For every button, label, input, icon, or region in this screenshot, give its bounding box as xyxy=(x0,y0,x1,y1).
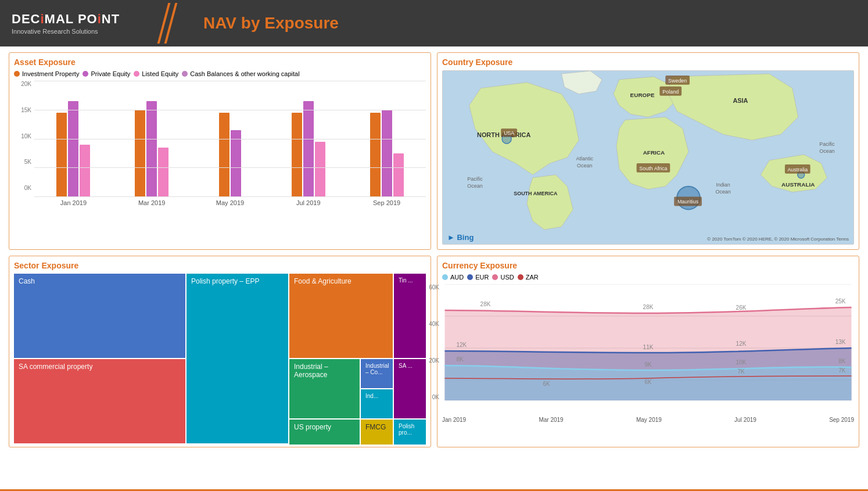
legend-label-private: Private Equity xyxy=(91,70,130,77)
region-asia: ASIA xyxy=(733,97,748,104)
treemap-ind-aerospace[interactable]: Industrial – Aerospace xyxy=(289,359,360,418)
treemap-food-ag[interactable]: Food & Agriculture xyxy=(289,274,393,358)
svg-text:Ocean: Ocean xyxy=(715,189,730,195)
aud-label-2: 9K xyxy=(644,361,652,368)
country-exposure-title: Country Exposure xyxy=(442,58,854,67)
aud-label-1: 8K xyxy=(457,356,464,363)
bar-group-sep xyxy=(347,110,426,197)
aud-label-4: 8K xyxy=(838,358,846,364)
zar-label-4: 7K xyxy=(838,367,846,374)
bar-may-private xyxy=(231,130,241,197)
logo-title: DECiMAL POiNT xyxy=(12,12,139,27)
poland-tag: Poland xyxy=(662,89,679,95)
asset-bar-chart: 20K 15K 10K 5K 0K xyxy=(14,81,426,226)
bar-sep-listed xyxy=(393,153,404,197)
asset-chart-inner: Jan 2019 Mar 2019 May 2019 Jul 2019 Sep … xyxy=(34,81,426,206)
bar-chart-grid xyxy=(34,81,426,197)
bar-group-jul xyxy=(269,101,347,197)
bar-x-labels: Jan 2019 Mar 2019 May 2019 Jul 2019 Sep … xyxy=(34,199,426,206)
treemap-sa2[interactable]: SA ... xyxy=(394,359,426,418)
australia-tag: Australia xyxy=(787,167,808,173)
asset-legend: Investment Property Private Equity Liste… xyxy=(14,70,426,77)
region-south-america: SOUTH AMERICA xyxy=(514,191,558,196)
legend-aud: AUD xyxy=(442,274,464,281)
x-label-sep: Sep 2019 xyxy=(347,199,426,206)
bar-jul-private xyxy=(303,101,314,197)
aud-label-3: 10K xyxy=(736,359,747,365)
treemap-us-property[interactable]: US property xyxy=(289,420,360,445)
currency-exposure-title: Currency Exposure xyxy=(442,261,854,270)
legend-label-aud: AUD xyxy=(450,274,464,281)
asset-exposure-panel: Asset Exposure Investment Property Priva… xyxy=(9,52,431,250)
treemap-right-bottom: Industrial – Aerospace Industrial – Co..… xyxy=(289,359,426,443)
legend-dot-private xyxy=(83,71,88,77)
treemap-cash[interactable]: Cash xyxy=(14,274,185,358)
eur-label-2: 11K xyxy=(643,344,654,350)
bar-mar-private xyxy=(146,101,157,197)
bar-jul-investment xyxy=(292,113,302,197)
bar-may-investment xyxy=(219,113,229,197)
legend-usd: USD xyxy=(492,274,514,281)
legend-investment-property: Investment Property xyxy=(14,70,79,77)
legend-label-listed: Listed Equity xyxy=(142,70,178,77)
legend-dot-eur xyxy=(467,274,473,280)
world-map: NORTH AMERICA SOUTH AMERICA EUROPE AFRIC… xyxy=(442,70,854,245)
usd-label-1: 28K xyxy=(480,301,491,307)
treemap-ind2[interactable]: Ind... xyxy=(361,389,393,418)
x-label-jul: Jul 2019 xyxy=(734,417,756,423)
zar-label-1: 6K xyxy=(543,381,550,387)
legend-private-equity: Private Equity xyxy=(83,70,130,77)
eur-label-3: 12K xyxy=(736,341,747,347)
map-svg: NORTH AMERICA SOUTH AMERICA EUROPE AFRIC… xyxy=(443,71,853,244)
asset-exposure-title: Asset Exposure xyxy=(14,58,426,67)
bar-jan-listed xyxy=(80,145,90,197)
logo-area: DECiMAL POiNT Innovative Research Soluti… xyxy=(12,12,139,35)
legend-dot-listed xyxy=(134,71,139,77)
usd-label-4: 25K xyxy=(835,298,846,304)
svg-text:Pacific: Pacific xyxy=(467,176,483,182)
x-label-sep: Sep 2019 xyxy=(829,417,854,423)
bar-mar-investment xyxy=(135,110,145,197)
sector-exposure-title: Sector Exposure xyxy=(14,261,426,270)
treemap-grid: Cash SA commercial property Polish prope… xyxy=(14,274,426,442)
usa-tag: USA xyxy=(504,130,514,136)
svg-text:Atlantic: Atlantic xyxy=(576,156,594,162)
treemap-polish-pro[interactable]: Polish pro... xyxy=(394,420,426,445)
legend-cash-balances: Cash Balances & other working capital xyxy=(182,70,299,77)
map-copyright: © 2020 TomTom © 2020 HERE, © 2020 Micros… xyxy=(707,236,849,242)
bar-group-may xyxy=(191,113,270,197)
bar-sep-investment xyxy=(370,113,381,197)
currency-svg: 28K 28K 26K 25K 12K 11K 12K 13K 8K 9K 10… xyxy=(442,284,854,412)
sweden-tag: Sweden xyxy=(668,78,687,84)
svg-text:Indian: Indian xyxy=(716,182,730,188)
treemap-tin[interactable]: Tin ... xyxy=(394,274,426,358)
x-label-jan: Jan 2019 xyxy=(34,199,113,206)
zar-label-2: 6K xyxy=(644,379,652,385)
mauritius-tag: Mauritius xyxy=(677,199,699,205)
legend-dot-usd xyxy=(492,274,498,280)
treemap-ind-co[interactable]: Industrial – Co... xyxy=(361,359,393,388)
sector-exposure-panel: Sector Exposure Cash SA commercial prope… xyxy=(9,256,431,447)
region-africa: AFRICA xyxy=(643,149,665,156)
region-australia: AUSTRALIA xyxy=(781,181,815,188)
legend-label-zar: ZAR xyxy=(526,274,539,281)
bar-mar-listed xyxy=(158,148,168,197)
legend-dot-cash-balance xyxy=(182,71,188,77)
legend-listed-equity: Listed Equity xyxy=(134,70,178,77)
legend-eur: EUR xyxy=(467,274,489,281)
x-label-mar: Mar 2019 xyxy=(539,417,563,423)
treemap-sa-commercial[interactable]: SA commercial property xyxy=(14,359,185,443)
southafrica-tag: South Africa xyxy=(639,166,667,171)
bar-jul-listed xyxy=(315,142,325,197)
country-exposure-panel: Country Exposure xyxy=(437,52,859,250)
currency-exposure-panel: Currency Exposure AUD EUR USD ZAR xyxy=(437,256,859,447)
bar-sep-private xyxy=(382,110,392,197)
main-content: Asset Exposure Investment Property Priva… xyxy=(0,46,868,453)
treemap-polish-epp[interactable]: Polish property – EPP xyxy=(186,274,288,443)
treemap-fmcg[interactable]: FMCG xyxy=(361,420,393,445)
eur-label-1: 12K xyxy=(457,342,467,348)
legend-dot-aud xyxy=(442,274,448,280)
eur-label-4: 13K xyxy=(835,339,846,345)
x-label-mar: Mar 2019 xyxy=(113,199,191,206)
logo-subtitle: Innovative Research Solutions xyxy=(12,28,139,35)
